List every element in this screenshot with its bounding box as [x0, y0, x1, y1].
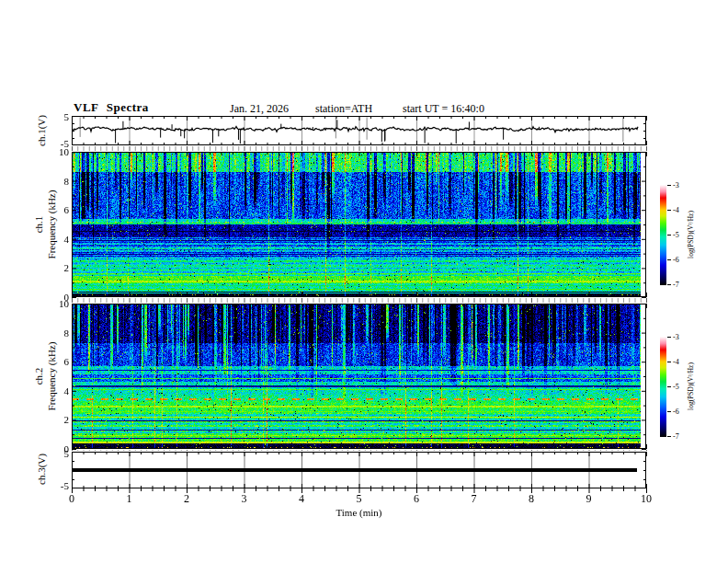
colorbar-tick-mark [667, 436, 671, 437]
freq-ytick-label: 4 [41, 234, 69, 245]
colorbar-spec2 [660, 337, 666, 437]
colorbar-tick-mark [667, 284, 671, 285]
time-xtick-label: 2 [173, 493, 200, 504]
ch1-ytick-top: 5 [41, 111, 69, 122]
colorbar-tick-mark [667, 185, 671, 186]
time-xtick-label: 4 [288, 493, 315, 504]
colorbar-tick-mark [667, 411, 671, 412]
ch3-ytick-bottom: -5 [41, 480, 69, 491]
colorbar-tick-label: -3 [673, 181, 679, 190]
time-xtick-label: 10 [632, 493, 660, 504]
freq-ytick-label: 2 [41, 262, 69, 273]
colorbar-tick-mark [667, 210, 671, 211]
colorbar-tick-mark [667, 362, 671, 362]
freq-ytick-label: 0 [41, 443, 69, 454]
xaxis-title: Time (min) [303, 507, 415, 518]
colorbar-tick-label: -5 [673, 231, 679, 239]
time-xtick-label: 0 [58, 493, 85, 504]
spec1-axis-label: Frequency (kHz) [46, 190, 57, 259]
colorbar-tick-mark [667, 235, 671, 236]
freq-ytick-label: 8 [41, 327, 69, 339]
colorbar-tick-label: -4 [673, 358, 679, 366]
spec1-channel-label: ch.1 [33, 216, 44, 234]
colorbar-spec1 [660, 185, 666, 285]
colorbar-tick-label: -5 [673, 383, 679, 391]
colorbar-tick-mark [667, 337, 671, 338]
spec2-channel-label: ch.2 [33, 368, 44, 385]
freq-ytick-label: 2 [41, 414, 69, 425]
time-xtick-label: 6 [403, 493, 430, 504]
colorbar-tick-label: -3 [673, 333, 679, 341]
colorbar-tick-label: -6 [673, 256, 679, 264]
freq-ytick-label: 10 [41, 298, 69, 309]
time-xtick-label: 8 [518, 493, 545, 504]
colorbar-tick-mark [667, 386, 671, 387]
freq-ytick-label: 6 [41, 356, 69, 367]
colorbar-tick-label: -6 [673, 408, 679, 416]
freq-ytick-label: 4 [41, 385, 69, 396]
vlf-spectra-figure: VLF Spectra Jan. 21, 2026 station=ATH st… [0, 0, 728, 563]
freq-ytick-label: 10 [41, 146, 69, 157]
colorbar-tick-mark [667, 259, 671, 260]
time-xtick-label: 7 [461, 493, 488, 504]
time-xtick-label: 9 [575, 493, 603, 504]
spec2-axis-label: Frequency (kHz) [46, 342, 57, 411]
colorbar-spec2-label: log(PSD)(V²/Hz) [687, 362, 695, 410]
time-xtick-label: 5 [346, 493, 373, 504]
freq-ytick-label: 8 [41, 176, 69, 187]
freq-ytick-label: 6 [41, 204, 69, 215]
colorbar-tick-label: -4 [673, 206, 679, 214]
plot-canvas [64, 109, 657, 521]
time-xtick-label: 3 [231, 493, 258, 504]
colorbar-tick-label: -7 [673, 281, 679, 289]
colorbar-tick-label: -7 [673, 432, 679, 441]
time-xtick-label: 1 [116, 493, 143, 504]
colorbar-spec1-label: log(PSD)(V²/Hz) [687, 211, 695, 259]
